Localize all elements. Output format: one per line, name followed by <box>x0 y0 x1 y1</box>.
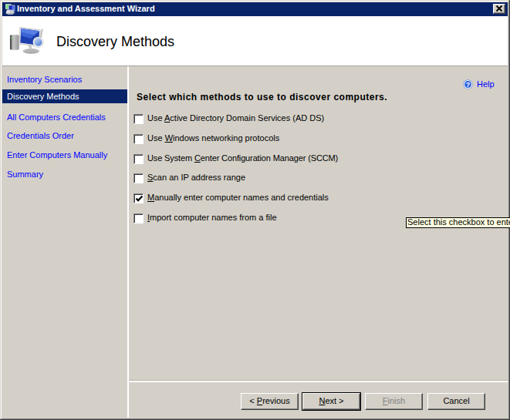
svg-text:?: ? <box>466 81 471 89</box>
